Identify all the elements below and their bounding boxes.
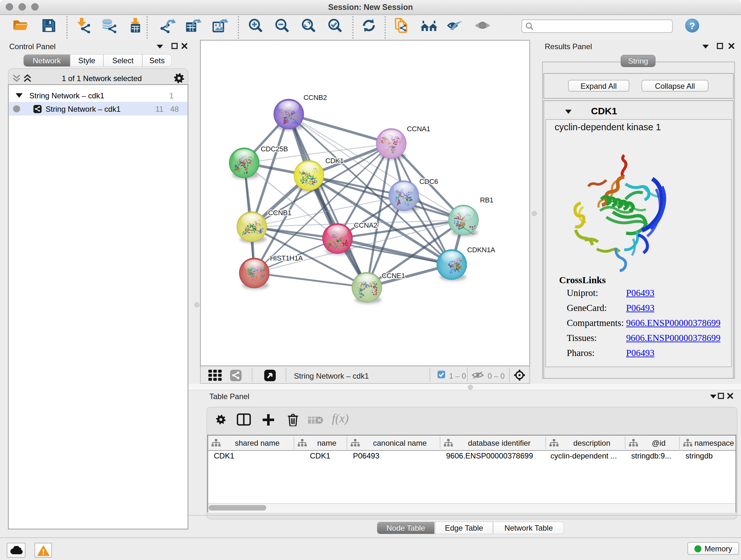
svg-text:CCNB1: CCNB1 [268,209,291,217]
svg-text:CCNA2: CCNA2 [354,221,377,229]
svg-text:CDC25B: CDC25B [261,145,288,153]
svg-text:?: ? [689,20,695,31]
svg-text:RB1: RB1 [480,196,493,204]
svg-text:CDC6: CDC6 [419,178,438,186]
svg-text:CCNA1: CCNA1 [407,125,430,133]
svg-text:CCNB2: CCNB2 [304,94,327,102]
svg-text:CDKN1A: CDKN1A [467,246,495,254]
svg-text:CCNE1: CCNE1 [382,272,405,280]
svg-text:CDK1: CDK1 [325,157,344,165]
svg-text:HIST1H1A: HIST1H1A [270,254,303,262]
